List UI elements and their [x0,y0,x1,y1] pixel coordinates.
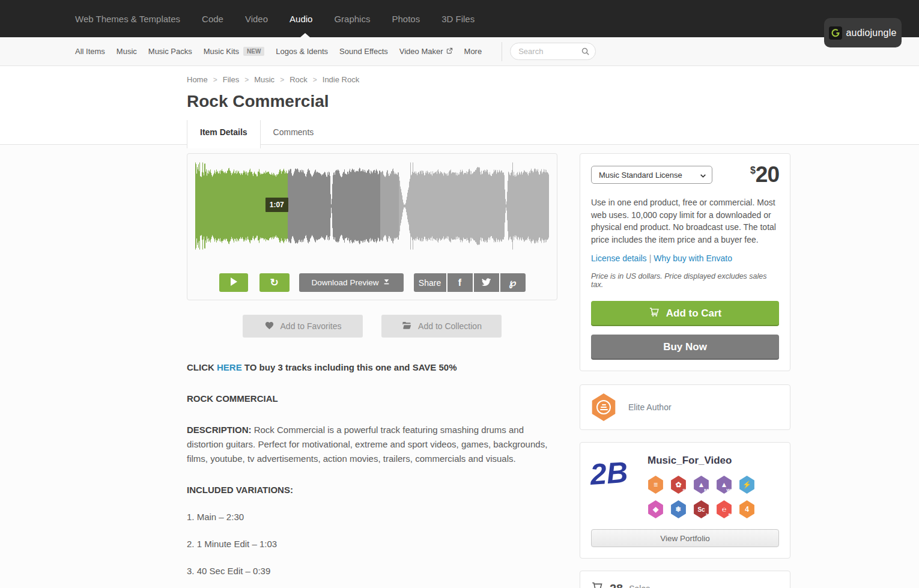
pinterest-icon: ℘ [509,276,517,289]
badge-glyph: ✿ [675,480,681,489]
badge-glyph: ≡ [654,480,658,489]
tax-note: Price is in US dollars. Price displayed … [591,272,779,289]
breadcrumb-home[interactable]: Home [187,75,208,84]
play-button[interactable] [219,273,248,292]
buy-now-button[interactable]: Buy Now [591,335,779,360]
item-description: CLICK HERE TO buy 3 tracks including thi… [187,360,557,578]
breadcrumb-rock[interactable]: Rock [290,75,308,84]
logo-text: audiojungle [846,28,896,38]
paw-9-badge: ✿9 [670,476,687,494]
badge-sub: 1 [706,512,708,518]
license-row: Music Standard License $ 20 [591,166,779,186]
author-badges: ≡ ✿9 ▲M ▲W ⚡ ◆ ❄ Sc1 ℮5 4 [648,476,779,518]
main-content: 1:07 ↻ Download Preview [0,145,919,588]
view-portfolio-button[interactable]: View Portfolio [591,529,779,547]
breadcrumb-separator: > [313,76,317,84]
facebook-share-button[interactable]: f [447,273,473,292]
variation-item-3: 3. 40 Sec Edit – 0:39 [187,564,557,578]
license-details-link[interactable]: License details [591,253,647,263]
share-button[interactable]: Share [414,273,446,292]
license-select[interactable]: Music Standard License [591,166,712,184]
primary-nav: Web Themes & Templates Code Video Audio … [0,0,919,37]
waveform-canvas[interactable] [195,162,549,250]
subnav-music-kits[interactable]: Music Kits NEW [204,47,265,56]
why-buy-link[interactable]: Why buy with Envato [654,253,732,263]
page-title: Rock Commercial [187,92,919,111]
breadcrumb-separator: > [213,76,217,84]
purchase-box: Music Standard License $ 20 Use in one e… [580,153,790,371]
sales-cart-icon [591,581,604,588]
pinterest-share-button[interactable]: ℘ [500,273,526,292]
description-label: DESCRIPTION: [187,425,252,435]
search-box [510,43,596,60]
add-to-favorites-button[interactable]: Add to Favorites [243,315,363,338]
active-nav-notch [300,33,310,37]
variations-heading: INCLUDED VARIATIONS: [187,483,557,497]
breadcrumb: Home > Files > Music > Rock > Indie Rock [187,75,919,84]
add-to-cart-button[interactable]: Add to Cart [591,301,779,326]
tab-comments[interactable]: Comments [261,120,327,144]
badge-glyph: ◆ [653,505,658,514]
nav-web-themes[interactable]: Web Themes & Templates [75,14,180,24]
subnav-music[interactable]: Music [117,47,137,56]
snowflake-badge: ❄ [670,500,687,518]
item-price: $ 20 [750,163,779,186]
facebook-icon: f [458,277,461,288]
tab-item-details[interactable]: Item Details [187,120,261,148]
breadcrumb-indie-rock[interactable]: Indie Rock [323,75,359,84]
description-paragraph: DESCRIPTION: Rock Commercial is a powerf… [187,423,557,466]
sc-1-badge: Sc1 [693,500,709,518]
sales-count: 28 [610,582,623,588]
subnav-all-items[interactable]: All Items [75,47,105,56]
player-controls: ↻ Download Preview Share f [195,273,549,292]
breadcrumb-music[interactable]: Music [254,75,274,84]
curl-5-badge: ℮5 [716,500,732,518]
subnav-divider [502,42,502,61]
item-actions: Add to Favorites Add to Collection [187,315,557,338]
nav-code[interactable]: Code [202,14,223,24]
author-avatar[interactable]: 2B [589,450,643,520]
promo-here-link[interactable]: HERE [217,362,242,372]
audiojungle-logo[interactable]: audiojungle [824,18,902,47]
secondary-nav: All Items Music Music Packs Music Kits N… [0,37,919,66]
purchase-sidebar: Music Standard License $ 20 Use in one e… [580,153,790,588]
nav-graphics[interactable]: Graphics [334,14,370,24]
download-preview-button[interactable]: Download Preview [299,273,404,292]
elite-author-badge-icon [591,393,616,421]
badge-glyph: ⚡ [742,480,751,489]
nav-3d-files[interactable]: 3D Files [441,14,475,24]
download-preview-label: Download Preview [312,278,379,287]
loop-button[interactable]: ↻ [259,273,290,292]
nav-photos[interactable]: Photos [392,14,420,24]
sales-label: Sales [629,584,650,588]
breadcrumb-files[interactable]: Files [223,75,239,84]
playhead-time-tooltip: 1:07 [265,198,288,212]
add-to-collection-button[interactable]: Add to Collection [381,315,502,338]
page-header: Home > Files > Music > Rock > Indie Rock… [0,66,919,145]
heart-icon [264,321,274,332]
badge-glyph: 4 [745,505,749,514]
audiojungle-g-icon [829,26,842,40]
waveform-seekbar[interactable]: 1:07 [195,162,549,250]
nav-video[interactable]: Video [245,14,268,24]
author-name[interactable]: Music_For_Video [648,455,779,467]
links-separator: | [649,253,652,263]
subnav-more[interactable]: More [464,47,482,56]
subnav-logos-idents[interactable]: Logos & Idents [276,47,328,56]
subnav-music-packs[interactable]: Music Packs [148,47,192,56]
nav-audio[interactable]: Audio [290,14,312,24]
subnav-sound-effects[interactable]: Sound Effects [339,47,388,56]
badge-sub: 9 [683,488,685,493]
variation-item-1: 1. Main – 2:30 [187,510,557,524]
breadcrumb-separator: > [244,76,249,84]
license-select-wrap: Music Standard License [591,166,712,184]
twitter-share-button[interactable] [474,273,499,292]
badge-glyph: ❄ [675,505,681,514]
author-header: 2B Music_For_Video ≡ ✿9 ▲M ▲W ⚡ ◆ ❄ Sc1 … [591,452,779,518]
top-bar: Web Themes & Templates Code Video Audio … [0,0,919,37]
search-icon[interactable] [581,47,590,58]
item-column: 1:07 ↻ Download Preview [187,153,557,588]
share-buttons: Share f ℘ [414,273,526,292]
subnav-video-maker[interactable]: Video Maker [399,47,453,56]
loop-icon: ↻ [270,276,278,289]
